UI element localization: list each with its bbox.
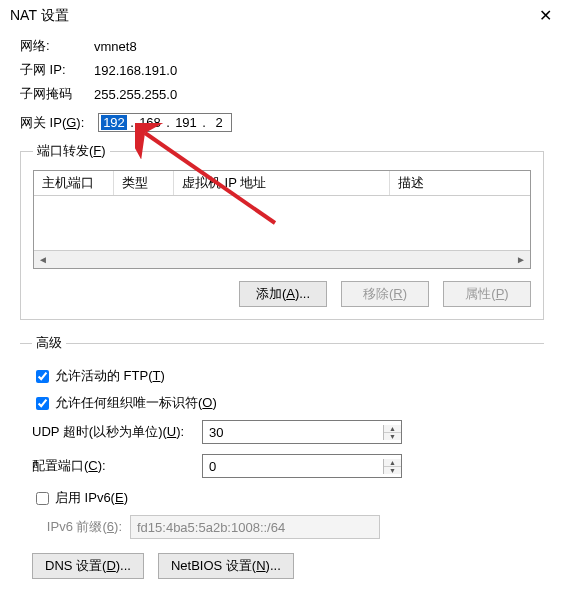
netbios-settings-button[interactable]: NetBIOS 设置(N)... — [158, 553, 294, 579]
allow-active-ftp-label[interactable]: 允许活动的 FTP(T) — [55, 367, 165, 385]
remove-button: 移除(R) — [341, 281, 429, 307]
udp-timeout-input[interactable] — [203, 425, 383, 440]
gateway-oct3[interactable]: 191 — [173, 115, 199, 130]
advanced-legend: 高级 — [32, 334, 66, 352]
scroll-right-icon[interactable]: ► — [512, 254, 530, 265]
col-vm-ip[interactable]: 虚拟机 IP 地址 — [174, 171, 390, 195]
udp-timeout-up-icon[interactable]: ▲ — [384, 425, 401, 433]
properties-button: 属性(P) — [443, 281, 531, 307]
horizontal-scrollbar[interactable]: ◄ ► — [34, 250, 530, 268]
udp-timeout-label: UDP 超时(以秒为单位)(U): — [32, 423, 202, 441]
scroll-track[interactable] — [52, 251, 512, 268]
ipv6-prefix-input — [130, 515, 380, 539]
scroll-left-icon[interactable]: ◄ — [34, 254, 52, 265]
enable-ipv6-checkbox[interactable] — [36, 492, 49, 505]
enable-ipv6-label[interactable]: 启用 IPv6(E) — [55, 489, 128, 507]
gateway-oct1[interactable]: 192 — [101, 115, 127, 130]
gateway-oct4[interactable]: 2 — [209, 115, 229, 130]
subnet-mask-label: 子网掩码 — [20, 85, 90, 103]
col-type[interactable]: 类型 — [114, 171, 174, 195]
allow-any-oui-checkbox[interactable] — [36, 397, 49, 410]
config-port-stepper[interactable]: ▲ ▼ — [202, 454, 402, 478]
subnet-mask-value: 255.255.255.0 — [94, 87, 177, 102]
window-title: NAT 设置 — [10, 7, 69, 25]
allow-any-oui-label[interactable]: 允许任何组织唯一标识符(O) — [55, 394, 217, 412]
add-button[interactable]: 添加(A)... — [239, 281, 327, 307]
gateway-label: 网关 IP(G): — [20, 114, 98, 132]
udp-timeout-stepper[interactable]: ▲ ▼ — [202, 420, 402, 444]
subnet-ip-label: 子网 IP: — [20, 61, 90, 79]
gateway-oct2[interactable]: 168 — [137, 115, 163, 130]
gateway-ip-input[interactable]: 192.168.191.2 — [98, 113, 232, 132]
port-forwarding-legend: 端口转发(F) — [33, 142, 110, 160]
config-port-input[interactable] — [203, 459, 383, 474]
network-label: 网络: — [20, 37, 90, 55]
udp-timeout-down-icon[interactable]: ▼ — [384, 433, 401, 440]
dns-settings-button[interactable]: DNS 设置(D)... — [32, 553, 144, 579]
table-body[interactable] — [34, 196, 530, 250]
close-icon[interactable]: ✕ — [522, 6, 552, 25]
advanced-group: 高级 允许活动的 FTP(T) 允许任何组织唯一标识符(O) UDP 超时(以秒… — [20, 334, 544, 579]
port-forwarding-group: 端口转发(F) 主机端口 类型 虚拟机 IP 地址 描述 ◄ ► 添加(A)..… — [20, 142, 544, 320]
network-value: vmnet8 — [94, 39, 137, 54]
ipv6-prefix-label: IPv6 前缀(6): — [32, 518, 122, 536]
port-forwarding-table[interactable]: 主机端口 类型 虚拟机 IP 地址 描述 ◄ ► — [33, 170, 531, 269]
col-host-port[interactable]: 主机端口 — [34, 171, 114, 195]
subnet-ip-value: 192.168.191.0 — [94, 63, 177, 78]
col-description[interactable]: 描述 — [390, 171, 530, 195]
config-port-up-icon[interactable]: ▲ — [384, 459, 401, 467]
config-port-down-icon[interactable]: ▼ — [384, 467, 401, 474]
allow-active-ftp-checkbox[interactable] — [36, 370, 49, 383]
config-port-label: 配置端口(C): — [32, 457, 114, 475]
